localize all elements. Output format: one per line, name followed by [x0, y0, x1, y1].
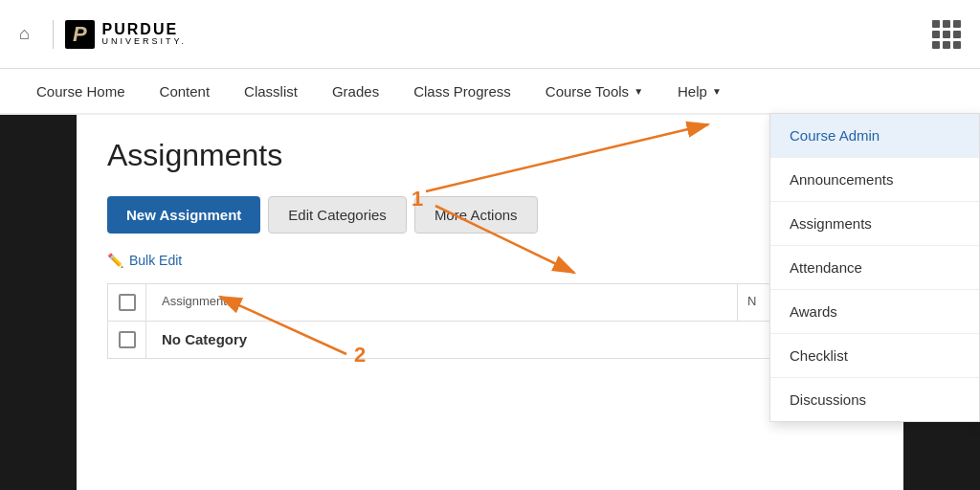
nav-bar: Course Home Content Classlist Grades Cla… [0, 69, 980, 115]
main-content: Assignments New Assignment Edit Categori… [77, 115, 903, 490]
divider [53, 20, 54, 49]
row-checkbox[interactable] [119, 331, 136, 348]
help-caret-icon: ▼ [712, 86, 722, 97]
grid-menu-icon[interactable] [932, 20, 961, 49]
grid-dot [943, 41, 950, 49]
dropdown-item-checklist[interactable]: Checklist [770, 334, 979, 378]
nav-course-tools-label: Course Tools [546, 83, 629, 100]
grid-dot [943, 20, 950, 28]
grid-dot [953, 20, 961, 28]
table-header: Assignment N Evalu [107, 283, 873, 321]
dropdown-item-course-admin[interactable]: Course Admin [770, 114, 979, 158]
nav-content[interactable]: Content [143, 68, 228, 114]
edit-categories-button[interactable]: Edit Categories [268, 196, 407, 234]
logo-text: PURDUE UNIVERSITY. [102, 21, 187, 47]
col-check [108, 284, 146, 321]
grid-dot [943, 31, 950, 38]
no-category-label: No Category [146, 322, 872, 358]
home-icon[interactable]: ⌂ [19, 24, 30, 44]
logo-p-letter: P [65, 20, 95, 49]
row-checkbox-cell [108, 322, 146, 358]
bulk-edit-label: Bulk Edit [129, 253, 182, 268]
nav-grades[interactable]: Grades [315, 68, 396, 114]
header-checkbox[interactable] [119, 294, 136, 311]
bulk-edit-icon: ✏️ [107, 253, 123, 268]
page-title: Assignments [107, 138, 873, 173]
dropdown-item-announcements[interactable]: Announcements [770, 158, 979, 202]
dropdown-item-discussions[interactable]: Discussions [770, 378, 979, 421]
nav-course-home[interactable]: Course Home [19, 68, 143, 114]
grid-dot [932, 41, 940, 49]
table-row: No Category [107, 321, 873, 359]
top-bar: ⌂ P PURDUE UNIVERSITY. [0, 0, 980, 69]
bulk-edit-link[interactable]: ✏️ Bulk Edit [107, 253, 873, 268]
course-tools-caret-icon: ▼ [634, 86, 643, 97]
nav-help-label: Help [678, 83, 707, 100]
nav-course-tools[interactable]: Course Tools ▼ [528, 68, 660, 114]
logo-purdue: PURDUE [102, 21, 187, 38]
nav-classlist[interactable]: Classlist [227, 68, 315, 114]
logo: P PURDUE UNIVERSITY. [65, 20, 187, 49]
logo-university: UNIVERSITY. [102, 37, 187, 47]
grid-dot [953, 41, 961, 49]
more-actions-button[interactable]: More Actions [414, 196, 538, 234]
grid-dot [953, 31, 961, 38]
grid-dot [932, 31, 940, 38]
dropdown-item-assignments[interactable]: Assignments [770, 202, 979, 246]
new-assignment-button[interactable]: New Assignment [107, 196, 260, 234]
grid-dot [932, 20, 940, 28]
col-assignment-header: Assignment [146, 284, 738, 321]
nav-help[interactable]: Help ▼ [660, 68, 739, 114]
dropdown-item-attendance[interactable]: Attendance [770, 246, 979, 290]
dropdown-item-awards[interactable]: Awards [770, 290, 979, 334]
course-tools-dropdown: Course Admin Announcements Assignments A… [769, 113, 980, 422]
action-buttons: New Assignment Edit Categories More Acti… [107, 196, 873, 234]
nav-class-progress[interactable]: Class Progress [396, 68, 528, 114]
